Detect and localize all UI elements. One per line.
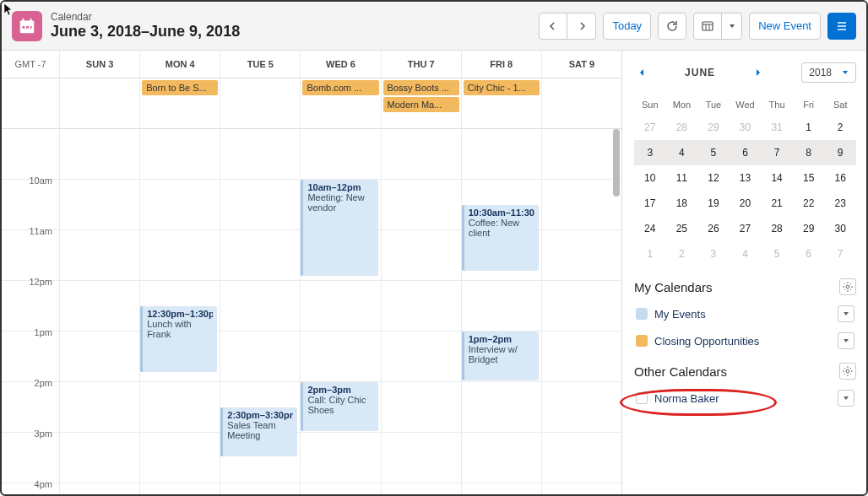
mini-day[interactable]: 25 <box>666 216 698 241</box>
day-header[interactable]: MON 4 <box>139 51 220 78</box>
mini-day[interactable]: 11 <box>666 165 698 191</box>
allday-event[interactable]: City Chic - 1... <box>464 80 540 95</box>
mini-day[interactable]: 27 <box>730 216 762 241</box>
mini-day[interactable]: 26 <box>697 216 730 241</box>
hour-cell[interactable] <box>59 433 139 483</box>
hour-cell[interactable] <box>541 180 621 229</box>
mini-day[interactable]: 7 <box>761 140 793 165</box>
hour-cell[interactable] <box>461 433 541 483</box>
hour-cell[interactable] <box>220 180 300 229</box>
mini-day[interactable]: 1 <box>634 241 666 267</box>
hour-cell[interactable] <box>59 332 139 381</box>
hour-cell[interactable] <box>139 129 220 179</box>
hour-cell[interactable] <box>220 483 300 494</box>
calendar-item-norma-baker[interactable]: Norma Baker <box>634 385 856 412</box>
hour-cell[interactable] <box>461 382 541 432</box>
today-button[interactable]: Today <box>603 13 651 40</box>
allday-cell[interactable] <box>220 78 300 128</box>
hour-cell[interactable] <box>139 433 220 483</box>
hour-cell[interactable] <box>541 483 621 494</box>
timed-event[interactable]: 10am–12pmMeeting: New vendor <box>301 180 377 276</box>
hour-cell[interactable] <box>541 281 621 331</box>
mini-day[interactable]: 21 <box>761 191 793 216</box>
day-header[interactable]: TUE 5 <box>220 51 300 78</box>
prev-week-button[interactable] <box>539 13 567 40</box>
day-header[interactable]: WED 6 <box>300 51 380 78</box>
mini-day[interactable]: 2 <box>824 115 856 140</box>
mini-day[interactable]: 4 <box>666 140 698 165</box>
mini-calendar[interactable]: SunMonTueWedThuFriSat2728293031123456789… <box>634 94 856 267</box>
mini-day[interactable]: 23 <box>824 191 856 216</box>
hour-cell[interactable] <box>220 230 300 280</box>
hour-cell[interactable] <box>220 332 300 381</box>
new-event-button[interactable]: New Event <box>749 13 821 40</box>
mini-day[interactable]: 30 <box>824 216 856 241</box>
day-header[interactable]: FRI 8 <box>461 51 541 78</box>
hour-cell[interactable] <box>381 281 461 331</box>
mini-day[interactable]: 18 <box>666 191 698 216</box>
mini-day[interactable]: 5 <box>761 241 793 267</box>
mini-day[interactable]: 15 <box>793 165 825 191</box>
hour-cell[interactable] <box>541 382 621 432</box>
hour-cell[interactable] <box>59 230 139 280</box>
mini-day[interactable]: 2 <box>666 241 698 267</box>
hour-cell[interactable] <box>381 129 461 179</box>
mini-day[interactable]: 22 <box>793 191 825 216</box>
day-header[interactable]: THU 7 <box>381 51 461 78</box>
view-picker-caret[interactable] <box>722 13 742 40</box>
hour-cell[interactable] <box>381 382 461 432</box>
day-header[interactable]: SUN 3 <box>59 51 139 78</box>
calendar-item-closing-opps[interactable]: Closing Opportunities <box>634 327 856 354</box>
mini-day[interactable]: 5 <box>697 140 730 165</box>
calendar-item-menu[interactable] <box>838 305 854 322</box>
allday-event[interactable]: Born to Be S... <box>142 80 218 95</box>
year-select[interactable]: 2018 <box>801 62 856 83</box>
hour-cell[interactable] <box>381 483 461 494</box>
timed-event[interactable]: 1pm–2pmInterview w/ Bridget <box>462 332 539 380</box>
mini-day[interactable]: 6 <box>730 140 762 165</box>
hour-cell[interactable] <box>300 332 380 381</box>
hour-cell[interactable] <box>59 281 139 331</box>
hour-cell[interactable] <box>461 129 541 179</box>
allday-cell[interactable] <box>59 78 139 128</box>
mini-day[interactable]: 27 <box>634 115 666 140</box>
timed-event[interactable]: 2:30pm–3:30pmSales Team Meeting <box>220 407 297 456</box>
scrollbar-thumb[interactable] <box>613 129 620 197</box>
allday-cell[interactable]: Born to Be S... <box>139 78 220 128</box>
mini-day[interactable]: 13 <box>730 165 762 191</box>
mini-day[interactable]: 3 <box>634 140 666 165</box>
hour-cell[interactable] <box>139 382 220 432</box>
hour-cell[interactable] <box>59 180 139 229</box>
mini-day[interactable]: 7 <box>824 241 856 267</box>
hour-cell[interactable] <box>541 332 621 381</box>
hour-cell[interactable] <box>59 382 139 432</box>
mini-day[interactable]: 4 <box>730 241 762 267</box>
hour-cell[interactable] <box>541 129 621 179</box>
mini-day[interactable]: 29 <box>793 216 825 241</box>
mini-day[interactable]: 20 <box>730 191 762 216</box>
mini-day[interactable]: 16 <box>824 165 856 191</box>
mini-day[interactable]: 10 <box>634 165 666 191</box>
allday-event[interactable]: Bomb.com ... <box>302 80 378 95</box>
hour-cell[interactable] <box>381 433 461 483</box>
hour-cell[interactable] <box>300 483 380 494</box>
mini-day[interactable]: 3 <box>697 241 730 267</box>
timed-event[interactable]: 10:30am–11:30amCoffee: New client <box>462 205 539 271</box>
allday-event[interactable]: Bossy Boots ... <box>383 80 459 95</box>
calendar-item-menu[interactable] <box>838 390 854 407</box>
mini-day[interactable]: 8 <box>793 140 825 165</box>
hour-cell[interactable] <box>381 332 461 381</box>
timed-event[interactable]: 2pm–3pmCall: City Chic Shoes <box>301 382 377 431</box>
list-view-button[interactable] <box>827 13 856 40</box>
hour-cell[interactable] <box>59 483 139 494</box>
my-calendars-gear[interactable] <box>839 278 856 295</box>
mini-day[interactable]: 19 <box>697 191 730 216</box>
hour-cell[interactable] <box>139 180 220 229</box>
calendar-item-menu[interactable] <box>838 332 854 349</box>
hour-cell[interactable] <box>461 483 541 494</box>
calendar-item-my-events[interactable]: My Events <box>634 300 856 327</box>
allday-cell[interactable]: Bossy Boots ...Modern Ma... <box>381 78 461 128</box>
mini-day[interactable]: 28 <box>761 216 793 241</box>
hour-cell[interactable] <box>300 129 380 179</box>
mini-day[interactable]: 1 <box>793 115 825 140</box>
